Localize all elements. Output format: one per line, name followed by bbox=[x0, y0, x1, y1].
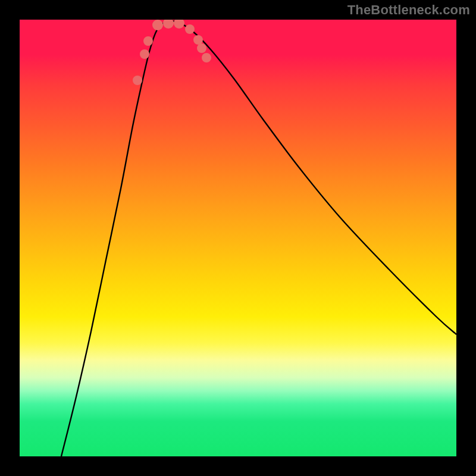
curve-marker bbox=[193, 35, 203, 45]
curve-marker bbox=[163, 20, 174, 29]
curve-markers bbox=[133, 20, 211, 85]
bottleneck-curve-svg bbox=[20, 20, 456, 456]
bottleneck-curve bbox=[61, 21, 456, 456]
watermark-text: TheBottleneck.com bbox=[347, 2, 470, 18]
curve-marker bbox=[197, 43, 206, 53]
curve-marker bbox=[174, 20, 184, 29]
curve-marker bbox=[185, 24, 195, 34]
curve-marker bbox=[143, 36, 153, 46]
curve-marker bbox=[133, 76, 142, 85]
curve-marker bbox=[140, 49, 149, 59]
plot-area bbox=[20, 20, 456, 456]
curve-marker bbox=[202, 53, 211, 62]
chart-stage: TheBottleneck.com bbox=[0, 0, 476, 476]
curve-marker bbox=[152, 20, 163, 30]
